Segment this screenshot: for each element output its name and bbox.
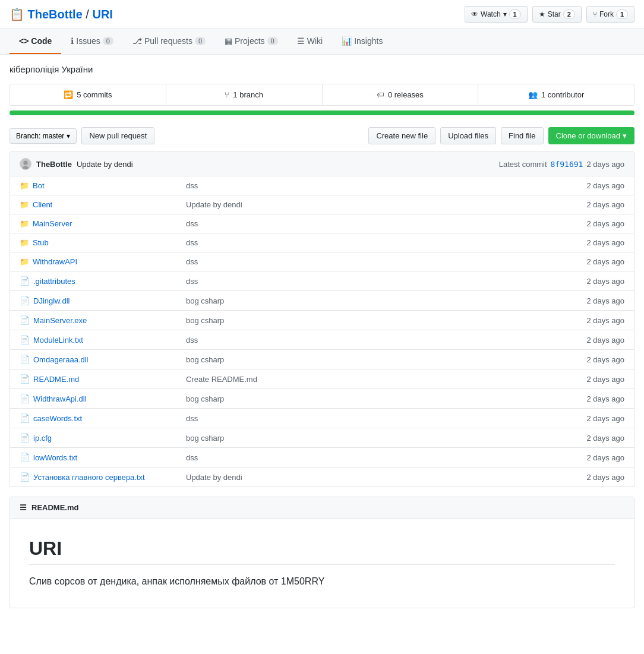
commit-time: 2 days ago (553, 375, 624, 384)
file-name: 📄 Установка главного сервера.txt (20, 472, 186, 482)
commit-time: 2 days ago (553, 473, 624, 482)
star-button[interactable]: ★ Star 2 (532, 6, 582, 23)
create-new-file-button[interactable]: Create new file (368, 127, 435, 144)
file-link[interactable]: MainServer (33, 219, 72, 228)
table-row: 📄 caseWords.txt dss 2 days ago (10, 409, 634, 428)
file-link[interactable]: MainServer.exe (33, 316, 87, 325)
tab-pull-requests[interactable]: ⎇ Pull requests 0 (123, 29, 215, 54)
tab-insights[interactable]: 📊 Insights (332, 29, 392, 54)
file-name: 📁 Stub (20, 238, 186, 247)
avatar (20, 158, 31, 170)
find-file-button[interactable]: Find file (501, 127, 544, 144)
file-link[interactable]: Bot (33, 181, 45, 190)
tab-code[interactable]: <> Code (10, 29, 61, 54)
commit-time: 2 days ago (553, 434, 624, 443)
contributors-stat[interactable]: 👥 1 contributor (478, 84, 634, 105)
readme-title-label: README.md (31, 503, 78, 512)
table-row: 📁 MainServer dss 2 days ago (10, 214, 634, 233)
branch-selector[interactable]: Branch: master ▾ (10, 128, 77, 144)
file-link[interactable]: ip.cfg (33, 434, 52, 443)
contributors-icon: 👥 (528, 90, 538, 99)
folder-icon: 📁 (20, 257, 29, 266)
folder-icon: 📁 (20, 181, 29, 190)
wiki-icon: ☰ (297, 36, 305, 46)
table-row: 📄 ip.cfg bog csharp 2 days ago (10, 428, 634, 448)
owner-link[interactable]: TheBottle (28, 8, 83, 21)
file-link[interactable]: WithdrawAPI (33, 257, 77, 266)
commit-message: dss (186, 257, 553, 266)
table-row: 📁 Stub dss 2 days ago (10, 233, 634, 252)
toolbar-right: Create new file Upload files Find file C… (368, 127, 634, 144)
file-link[interactable]: lowWords.txt (33, 453, 77, 462)
file-link[interactable]: Omdageraaa.dll (33, 355, 89, 364)
file-link[interactable]: Stub (33, 238, 49, 247)
file-name: 📄 lowWords.txt (20, 453, 186, 462)
folder-icon: 📁 (20, 238, 29, 247)
commit-time: 2 days ago (553, 181, 624, 190)
branch-selector-label: Branch: master (16, 132, 64, 140)
file-icon: 📄 (20, 433, 30, 443)
file-name: 📄 ip.cfg (20, 433, 186, 443)
readme-text: Слив сорсов от дендика, анпак исполняемы… (29, 574, 615, 589)
readme-project-title: URI (29, 538, 615, 565)
insights-icon: 📊 (342, 36, 352, 46)
file-table: TheBottle Update by dendi Latest commit … (10, 151, 634, 487)
new-pull-request-button[interactable]: New pull request (81, 127, 154, 144)
commit-message: bog csharp (186, 355, 553, 364)
table-row: 📄 Установка главного сервера.txt Update … (10, 467, 634, 486)
table-row: 📄 Omdageraaa.dll bog csharp 2 days ago (10, 350, 634, 369)
star-count: 2 (563, 10, 575, 19)
file-rows: 📁 Bot dss 2 days ago 📁 Client Update by … (10, 176, 634, 486)
file-link[interactable]: Установка главного сервера.txt (33, 473, 145, 482)
page-header: 📋 TheBottle / URI 👁 Watch ▾ 1 ★ Star 2 ⑂… (0, 0, 644, 29)
issues-icon: ℹ (71, 36, 74, 46)
file-link[interactable]: WidthrawApi.dll (33, 394, 87, 403)
releases-stat[interactable]: 🏷 0 releases (323, 84, 479, 105)
readme-body: URI Слив сорсов от дендика, анпак исполн… (10, 519, 634, 608)
commit-message: dss (186, 238, 553, 247)
fork-button[interactable]: ⑂ Fork 1 (586, 6, 634, 23)
table-row: 📁 Bot dss 2 days ago (10, 176, 634, 195)
star-icon: ★ (539, 10, 545, 18)
file-link[interactable]: DJinglw.dll (33, 296, 70, 305)
repo-description: кіберполіція України (0, 55, 644, 84)
file-name: 📄 .gitattributes (20, 276, 186, 286)
tab-wiki[interactable]: ☰ Wiki (288, 29, 332, 54)
commit-meta: Latest commit 8f91691 2 days ago (499, 160, 624, 169)
clone-or-download-button[interactable]: Clone or download ▾ (548, 127, 634, 144)
commit-header: TheBottle Update by dendi Latest commit … (10, 152, 634, 176)
commit-time: 2 days ago (553, 316, 624, 325)
commit-time: 2 days ago (553, 200, 624, 209)
fork-icon: ⑂ (593, 10, 597, 18)
readme-header: ☰ README.md (10, 497, 634, 519)
commit-sha-link[interactable]: 8f91691 (551, 160, 583, 169)
commits-stat[interactable]: 🔁 5 commits (10, 84, 166, 105)
repo-title: 📋 TheBottle / URI (10, 7, 113, 21)
table-row: 📁 Client Update by dendi 2 days ago (10, 195, 634, 214)
upload-files-button[interactable]: Upload files (440, 127, 496, 144)
tab-issues[interactable]: ℹ Issues 0 (61, 29, 123, 54)
commit-author[interactable]: TheBottle (36, 160, 72, 169)
repo-link[interactable]: URI (92, 8, 112, 21)
table-row: 📄 lowWords.txt dss 2 days ago (10, 448, 634, 467)
file-icon: 📄 (20, 394, 30, 403)
commit-message: bog csharp (186, 434, 553, 443)
branches-stat[interactable]: ⑂ 1 branch (166, 84, 323, 105)
watch-button[interactable]: 👁 Watch ▾ 1 (465, 6, 528, 23)
commit-message: Update by dendi (186, 473, 553, 482)
file-name: 📄 DJinglw.dll (20, 296, 186, 305)
commit-time: 2 days ago (553, 219, 624, 228)
pr-icon: ⎇ (132, 36, 142, 46)
table-row: 📄 DJinglw.dll bog csharp 2 days ago (10, 291, 634, 311)
commit-message: Create README.md (186, 375, 553, 384)
file-link[interactable]: Client (33, 200, 52, 209)
file-link[interactable]: README.md (33, 375, 79, 384)
commit-time: 2 days ago (586, 160, 624, 169)
tab-projects[interactable]: ▦ Projects 0 (215, 29, 288, 54)
clone-dropdown-icon: ▾ (623, 131, 627, 140)
file-link[interactable]: ModuleLink.txt (33, 336, 83, 345)
commit-time: 2 days ago (553, 336, 624, 345)
file-name: 📄 ModuleLink.txt (20, 335, 186, 345)
file-link[interactable]: caseWords.txt (33, 414, 82, 423)
file-link[interactable]: .gitattributes (33, 277, 75, 286)
